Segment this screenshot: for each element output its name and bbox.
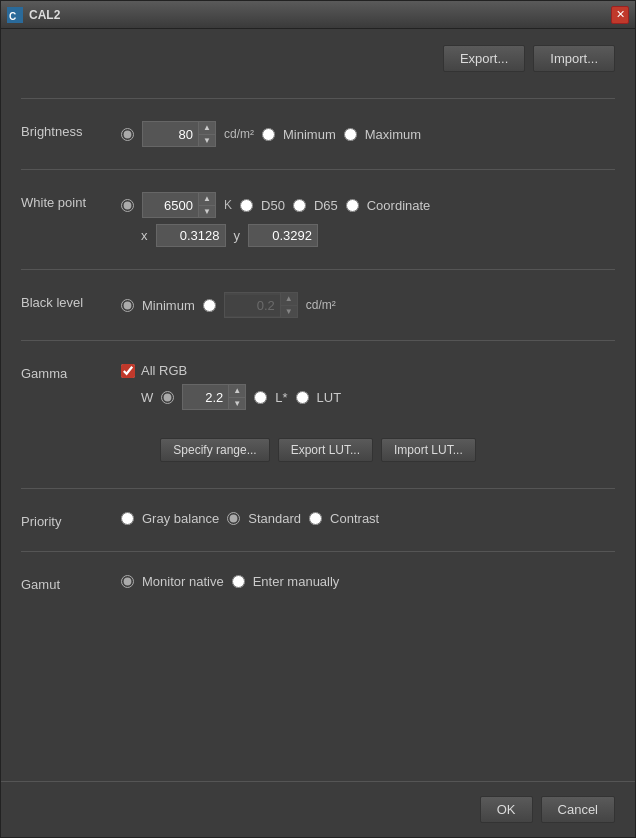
gamma-lstar-label: L*	[275, 390, 287, 405]
gamma-allrgb-checkbox-wrapper[interactable]: All RGB	[121, 363, 187, 378]
brightness-minimum-radio[interactable]	[262, 128, 275, 141]
brightness-spinner-buttons: ▲ ▼	[198, 122, 215, 146]
titlebar-left: C CAL2	[7, 7, 60, 23]
brightness-row: Brightness ▲ ▼ cd/m² Minimum Max	[21, 109, 615, 159]
white-point-controls: ▲ ▼ K D50 D65 Coordinate x y	[121, 192, 430, 247]
bl-down-btn[interactable]: ▼	[281, 305, 297, 317]
gamma-input[interactable]	[183, 387, 228, 408]
wp-down-btn[interactable]: ▼	[199, 205, 215, 217]
main-content: Export... Import... Brightness ▲ ▼ cd/m²	[1, 29, 635, 781]
white-point-unit: K	[224, 198, 232, 212]
window-title: CAL2	[29, 8, 60, 22]
priority-standard-label: Standard	[248, 511, 301, 526]
bl-minimum-label: Minimum	[142, 298, 195, 313]
gamma-w-radio[interactable]	[161, 391, 174, 404]
wp-d65-label: D65	[314, 198, 338, 213]
brightness-input[interactable]	[143, 124, 198, 145]
gamut-native-label: Monitor native	[142, 574, 224, 589]
brightness-spinner: ▲ ▼	[142, 121, 216, 147]
gamma-lut-radio[interactable]	[296, 391, 309, 404]
gamma-controls: All RGB W ▲ ▼ L* LU	[121, 363, 341, 410]
specify-range-button[interactable]: Specify range...	[160, 438, 269, 462]
wp-coordinate-radio[interactable]	[346, 199, 359, 212]
ok-button[interactable]: OK	[480, 796, 533, 823]
separator-3	[21, 269, 615, 270]
toolbar: Export... Import...	[21, 45, 615, 72]
wp-coordinate-label: Coordinate	[367, 198, 431, 213]
bl-unit: cd/m²	[306, 298, 336, 312]
priority-label: Priority	[21, 511, 121, 529]
export-lut-button[interactable]: Export LUT...	[278, 438, 373, 462]
wp-d50-label: D50	[261, 198, 285, 213]
brightness-maximum-radio[interactable]	[344, 128, 357, 141]
main-window: C CAL2 ✕ Export... Import... Brightness	[0, 0, 636, 838]
white-point-input[interactable]	[143, 195, 198, 216]
gamma-row: Gamma All RGB W ▲ ▼	[21, 351, 615, 422]
separator-6	[21, 551, 615, 552]
app-icon: C	[7, 7, 23, 23]
white-point-row: White point ▲ ▼ K D50 D65	[21, 180, 615, 259]
bl-spinner-buttons: ▲ ▼	[280, 293, 297, 317]
gamma-values: W ▲ ▼ L* LUT	[121, 384, 341, 410]
gamut-native-radio[interactable]	[121, 575, 134, 588]
brightness-maximum-label: Maximum	[365, 127, 421, 142]
black-level-input[interactable]	[225, 295, 280, 316]
gamut-label: Gamut	[21, 574, 121, 592]
gamma-down-btn[interactable]: ▼	[229, 397, 245, 409]
brightness-unit: cd/m²	[224, 127, 254, 141]
gamma-spinner: ▲ ▼	[182, 384, 246, 410]
gamut-controls: Monitor native Enter manually	[121, 574, 339, 589]
priority-standard-radio[interactable]	[227, 512, 240, 525]
wp-x-label: x	[141, 228, 148, 243]
priority-row: Priority Gray balance Standard Contrast	[21, 499, 615, 541]
priority-contrast-radio[interactable]	[309, 512, 322, 525]
priority-inner: Gray balance Standard Contrast	[121, 511, 379, 526]
black-level-controls: Minimum ▲ ▼ cd/m²	[121, 292, 336, 318]
export-button[interactable]: Export...	[443, 45, 525, 72]
brightness-down-btn[interactable]: ▼	[199, 134, 215, 146]
wp-x-input[interactable]	[156, 224, 226, 247]
wp-up-btn[interactable]: ▲	[199, 193, 215, 205]
wp-y-label: y	[234, 228, 241, 243]
gamut-manual-label: Enter manually	[253, 574, 340, 589]
wp-d65-radio[interactable]	[293, 199, 306, 212]
priority-gray-radio[interactable]	[121, 512, 134, 525]
brightness-up-btn[interactable]: ▲	[199, 122, 215, 134]
wp-value-radio[interactable]	[121, 199, 134, 212]
gamma-allrgb-label: All RGB	[141, 363, 187, 378]
priority-contrast-label: Contrast	[330, 511, 379, 526]
black-level-label: Black level	[21, 292, 121, 310]
wp-spinner-buttons: ▲ ▼	[198, 193, 215, 217]
gamma-allrgb: All RGB	[121, 363, 341, 378]
separator-5	[21, 488, 615, 489]
white-point-spinner: ▲ ▼	[142, 192, 216, 218]
gamut-row: Gamut Monitor native Enter manually	[21, 562, 615, 604]
import-lut-button[interactable]: Import LUT...	[381, 438, 476, 462]
gamma-w-label: W	[141, 390, 153, 405]
cancel-button[interactable]: Cancel	[541, 796, 615, 823]
separator-2	[21, 169, 615, 170]
titlebar: C CAL2 ✕	[1, 1, 635, 29]
black-level-row: Black level Minimum ▲ ▼ cd/m²	[21, 280, 615, 330]
bl-up-btn[interactable]: ▲	[281, 293, 297, 305]
brightness-value-radio[interactable]	[121, 128, 134, 141]
black-level-spinner: ▲ ▼	[224, 292, 298, 318]
priority-gray-label: Gray balance	[142, 511, 219, 526]
bl-minimum-radio[interactable]	[121, 299, 134, 312]
gamut-manual-radio[interactable]	[232, 575, 245, 588]
import-button[interactable]: Import...	[533, 45, 615, 72]
svg-text:C: C	[9, 11, 16, 22]
brightness-inner: ▲ ▼ cd/m² Minimum Maximum	[121, 121, 421, 147]
gamma-up-btn[interactable]: ▲	[229, 385, 245, 397]
priority-controls: Gray balance Standard Contrast	[121, 511, 379, 526]
brightness-minimum-label: Minimum	[283, 127, 336, 142]
close-button[interactable]: ✕	[611, 6, 629, 24]
wp-y-input[interactable]	[248, 224, 318, 247]
gamma-allrgb-checkbox[interactable]	[121, 364, 135, 378]
gamma-label: Gamma	[21, 363, 121, 381]
gamma-spinner-buttons: ▲ ▼	[228, 385, 245, 409]
wp-d50-radio[interactable]	[240, 199, 253, 212]
gamma-lstar-radio[interactable]	[254, 391, 267, 404]
bl-value-radio[interactable]	[203, 299, 216, 312]
separator-4	[21, 340, 615, 341]
